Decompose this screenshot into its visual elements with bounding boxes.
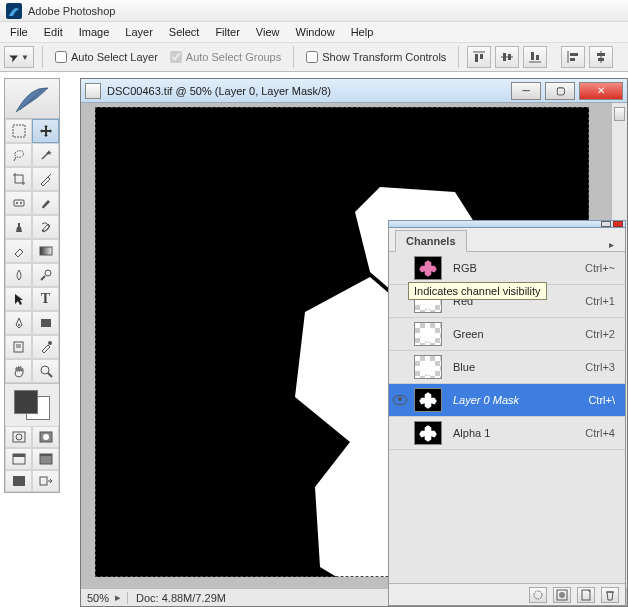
menu-select[interactable]: Select — [161, 24, 208, 40]
svg-rect-11 — [570, 53, 578, 56]
menu-layer[interactable]: Layer — [117, 24, 161, 40]
svg-point-32 — [16, 434, 22, 440]
align-left-icon[interactable] — [561, 46, 585, 68]
channel-thumbnail[interactable] — [411, 355, 445, 379]
channel-row[interactable]: Layer 0 MaskCtrl+\ — [389, 384, 625, 417]
screenmode-full-menubar-icon[interactable] — [32, 448, 59, 470]
options-bar: ➤▼ Auto Select Layer Auto Select Groups … — [0, 42, 628, 72]
crop-tool[interactable] — [5, 167, 32, 191]
current-tool-preset[interactable]: ➤▼ — [4, 46, 34, 68]
align-top-icon[interactable] — [467, 46, 491, 68]
menu-window[interactable]: Window — [288, 24, 343, 40]
visibility-toggle[interactable] — [389, 395, 411, 405]
eraser-tool[interactable] — [5, 239, 32, 263]
foreground-color-swatch[interactable] — [14, 390, 38, 414]
tools-grid: T — [5, 119, 59, 383]
separator — [458, 46, 459, 68]
menu-edit[interactable]: Edit — [36, 24, 71, 40]
notes-tool[interactable] — [5, 335, 32, 359]
gradient-tool[interactable] — [32, 239, 59, 263]
menu-filter[interactable]: Filter — [207, 24, 247, 40]
panel-titlebar[interactable] — [388, 220, 626, 228]
minimize-button[interactable]: ─ — [511, 82, 541, 100]
magic-wand-tool[interactable] — [32, 143, 59, 167]
dodge-tool[interactable] — [32, 263, 59, 287]
maximize-button[interactable]: ▢ — [545, 82, 575, 100]
brush-tool[interactable] — [32, 191, 59, 215]
svg-point-22 — [45, 270, 51, 276]
svg-rect-16 — [13, 125, 25, 137]
channel-thumbnail[interactable] — [411, 388, 445, 412]
channel-row[interactable]: BlueCtrl+3 — [389, 351, 625, 384]
imageready-jump-icon[interactable] — [32, 470, 59, 492]
channel-label: Green — [445, 328, 573, 340]
svg-rect-3 — [480, 54, 483, 59]
path-select-tool[interactable] — [5, 287, 32, 311]
channel-thumbnail[interactable] — [411, 256, 445, 280]
channel-shortcut: Ctrl+~ — [573, 262, 625, 274]
menu-image[interactable]: Image — [71, 24, 118, 40]
delete-channel-icon[interactable] — [601, 587, 619, 603]
history-brush-tool[interactable] — [32, 215, 59, 239]
save-selection-icon[interactable] — [553, 587, 571, 603]
show-transform-checkbox[interactable]: Show Transform Controls — [302, 51, 450, 63]
tools-header[interactable] — [5, 79, 59, 119]
close-button[interactable]: ✕ — [579, 82, 623, 100]
marquee-tool[interactable] — [5, 119, 32, 143]
document-titlebar[interactable]: DSC00463.tif @ 50% (Layer 0, Layer Mask/… — [81, 79, 627, 103]
clone-stamp-tool[interactable] — [5, 215, 32, 239]
panel-minimize-button[interactable] — [601, 221, 611, 227]
quickmask-on-icon[interactable] — [32, 426, 59, 448]
screenmode-standard-icon[interactable] — [5, 448, 32, 470]
lasso-tool[interactable] — [5, 143, 32, 167]
svg-point-41 — [534, 591, 542, 599]
channel-row[interactable]: Alpha 1Ctrl+4 — [389, 417, 625, 450]
menu-file[interactable]: File — [2, 24, 36, 40]
color-swatch[interactable] — [5, 383, 59, 426]
align-vcenter-icon[interactable] — [495, 46, 519, 68]
blur-tool[interactable] — [5, 263, 32, 287]
panel-menu-button[interactable]: ▸ — [603, 237, 619, 251]
tooltip: Indicates channel visibility — [408, 282, 547, 300]
zoom-level[interactable]: 50% — [81, 592, 115, 604]
healing-brush-tool[interactable] — [5, 191, 32, 215]
hand-tool[interactable] — [5, 359, 32, 383]
screenmode-full-icon[interactable] — [5, 470, 32, 492]
auto-select-layer-label: Auto Select Layer — [71, 51, 158, 63]
svg-rect-17 — [14, 200, 24, 206]
svg-rect-24 — [41, 319, 51, 327]
quickmask-off-icon[interactable] — [5, 426, 32, 448]
dropdown-arrow-icon[interactable]: ▸ — [115, 591, 127, 604]
document-info[interactable]: Doc: 4.88M/7.29M — [127, 592, 234, 604]
move-tool[interactable] — [32, 119, 59, 143]
align-bottom-icon[interactable] — [523, 46, 547, 68]
svg-point-23 — [18, 324, 20, 326]
show-transform-input[interactable] — [306, 51, 318, 63]
align-hcenter-icon[interactable] — [589, 46, 613, 68]
svg-rect-2 — [475, 54, 478, 62]
shape-tool[interactable] — [32, 311, 59, 335]
auto-select-layer-input[interactable] — [55, 51, 67, 63]
pen-tool[interactable] — [5, 311, 32, 335]
channels-list: RGBCtrl+~RedCtrl+1GreenCtrl+2BlueCtrl+3L… — [389, 252, 625, 583]
channel-thumbnail[interactable] — [411, 322, 445, 346]
menubar: File Edit Image Layer Select Filter View… — [0, 22, 628, 42]
new-channel-icon[interactable] — [577, 587, 595, 603]
scrollbar-thumb[interactable] — [614, 107, 625, 121]
type-tool[interactable]: T — [32, 287, 59, 311]
svg-point-29 — [41, 366, 49, 374]
dropdown-arrow-icon: ▼ — [21, 53, 29, 62]
channel-row[interactable]: GreenCtrl+2 — [389, 318, 625, 351]
eyedropper-tool[interactable] — [32, 335, 59, 359]
channel-row[interactable]: RGBCtrl+~ — [389, 252, 625, 285]
channel-thumbnail[interactable] — [411, 421, 445, 445]
channel-label: Blue — [445, 361, 573, 373]
zoom-tool[interactable] — [32, 359, 59, 383]
panel-close-button[interactable] — [613, 221, 623, 227]
slice-tool[interactable] — [32, 167, 59, 191]
auto-select-layer-checkbox[interactable]: Auto Select Layer — [51, 51, 162, 63]
channels-tab[interactable]: Channels — [395, 230, 467, 252]
menu-view[interactable]: View — [248, 24, 288, 40]
load-selection-icon[interactable] — [529, 587, 547, 603]
menu-help[interactable]: Help — [343, 24, 382, 40]
